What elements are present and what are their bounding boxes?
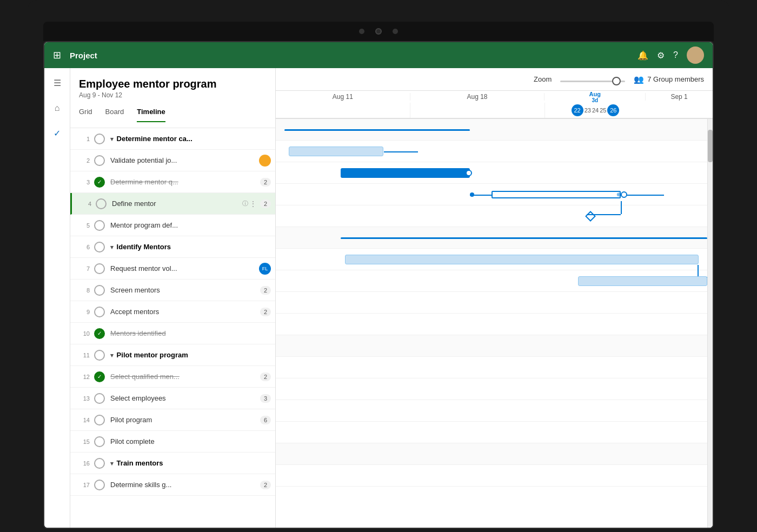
task-list: 1 ▾ Determine mentor ca... 2 Validate po…: [70, 128, 275, 528]
task-avatar-7: FL: [259, 263, 271, 275]
gantt-row-6: [276, 227, 707, 249]
table-row[interactable]: 6 ▾ Identify Mentors: [70, 236, 275, 258]
task-check-2[interactable]: [94, 155, 105, 166]
table-row[interactable]: 2 Validate potential jo...: [70, 150, 275, 171]
task-check-14[interactable]: [94, 415, 105, 425]
task-check-8[interactable]: [94, 285, 105, 296]
task-check-11[interactable]: [94, 350, 105, 361]
table-row[interactable]: 13 Select employees 3: [70, 388, 275, 409]
gantt-row-13: [276, 378, 707, 400]
laptop-screen: ⊞ Project 🔔 ⚙ ? ☰ ⌂ ✓: [43, 41, 714, 529]
gantt-row-5: [276, 205, 707, 227]
gantt-circle-3: [466, 170, 472, 176]
table-row[interactable]: 5 Mentor program def...: [70, 215, 275, 236]
group-members-button[interactable]: 👥 7 Group members: [634, 75, 704, 84]
gantt-bar-6: [341, 237, 707, 239]
task-check-16[interactable]: [94, 458, 105, 469]
gantt-row-14: [276, 400, 707, 422]
task-check-6[interactable]: [94, 242, 105, 252]
table-row[interactable]: 15 Pilot complete: [70, 431, 275, 453]
sidebar-check-icon[interactable]: ✓: [50, 125, 64, 142]
project-header: Employee mentor program Aug 9 - Nov 12 G…: [70, 68, 275, 128]
gantt-bar-2: [289, 147, 384, 156]
task-check-5[interactable]: [94, 220, 105, 231]
timeline-panel: Zoom 👥 7 Group members Aug 11 A: [276, 68, 713, 528]
day-22: 22: [572, 104, 583, 116]
task-check-13[interactable]: [94, 393, 105, 404]
table-row[interactable]: 10 ✓ Mentors identified: [70, 323, 275, 344]
settings-icon[interactable]: ⚙: [657, 50, 665, 61]
sidebar-home-icon[interactable]: ⌂: [51, 100, 63, 116]
gantt-row-8: [276, 270, 707, 292]
timeline-header: Aug 11 Aug 18 Aug 3d Sep 1: [276, 91, 713, 119]
tab-board[interactable]: Board: [105, 102, 124, 122]
week-aug-highlight: Aug 3d: [544, 91, 645, 103]
waffle-icon[interactable]: ⊞: [53, 49, 61, 61]
table-row[interactable]: 4 Define mentor ⓘ ⋮ 2: [70, 193, 275, 215]
week-sep1: Sep 1: [645, 93, 713, 101]
table-row[interactable]: 1 ▾ Determine mentor ca...: [70, 128, 275, 150]
task-check-17[interactable]: [94, 480, 105, 490]
task-check-10[interactable]: ✓: [94, 328, 105, 339]
sidebar-menu-icon[interactable]: ☰: [50, 75, 64, 91]
gantt-row-17: [276, 465, 707, 487]
gantt-area: ⊕: [276, 119, 707, 528]
project-name: Employee mentor program: [79, 78, 217, 90]
gantt-row-3: [276, 162, 707, 184]
avatar[interactable]: [687, 46, 704, 64]
table-row[interactable]: 14 Pilot program 6: [70, 409, 275, 431]
task-check-9[interactable]: [94, 307, 105, 317]
task-check-3[interactable]: ✓: [94, 177, 105, 188]
app-body: ☰ ⌂ ✓ Employee mentor program Aug 9 - No…: [44, 68, 713, 528]
gantt-connector-5v: [621, 201, 622, 214]
timeline-week-row: Aug 11 Aug 18 Aug 3d Sep 1: [276, 91, 713, 103]
task-check-12[interactable]: ✓: [94, 371, 105, 382]
gantt-row-2: [276, 141, 707, 162]
more-icon[interactable]: ⋮: [249, 200, 257, 208]
zoom-slider[interactable]: [560, 76, 625, 82]
table-row[interactable]: 12 ✓ Select qualified men... 2: [70, 366, 275, 388]
gantt-bar-1: [284, 129, 470, 131]
bell-icon[interactable]: 🔔: [638, 50, 648, 61]
help-icon[interactable]: ?: [673, 50, 678, 60]
tab-timeline[interactable]: Timeline: [137, 102, 165, 122]
gantt-connector-8v: [698, 265, 699, 277]
people-icon: 👥: [634, 75, 644, 84]
gantt-row-7: [276, 249, 707, 270]
table-row[interactable]: 9 Accept mentors 2: [70, 301, 275, 323]
gantt-circle-4: [621, 191, 627, 198]
tab-grid[interactable]: Grid: [79, 102, 92, 122]
view-tabs: Grid Board Timeline: [79, 102, 267, 122]
task-avatar-2: [259, 155, 271, 167]
task-check-4[interactable]: [96, 198, 107, 209]
week-aug11: Aug 11: [276, 93, 410, 101]
gantt-row-10: [276, 314, 707, 335]
gantt-row-11: [276, 335, 707, 357]
gantt-diamond-5: [585, 211, 596, 222]
laptop-topbar: [43, 22, 714, 41]
task-check-7[interactable]: [94, 263, 105, 274]
project-dates: Aug 9 - Nov 12: [79, 91, 217, 99]
week-aug18: Aug 18: [410, 93, 545, 101]
table-row[interactable]: 16 ▾ Train mentors: [70, 453, 275, 474]
day-23: 23: [585, 107, 591, 114]
zoom-label: Zoom: [534, 75, 552, 83]
table-row[interactable]: 8 Screen mentors 2: [70, 280, 275, 301]
group-members-label: 7 Group members: [647, 75, 704, 83]
gantt-adjust-4: ⊕: [616, 191, 621, 197]
gantt-bar-7: [345, 255, 699, 264]
sidebar: ☰ ⌂ ✓: [44, 68, 70, 528]
timeline-day-row: 22 23 24 25 26: [276, 103, 713, 118]
task-check-1[interactable]: [94, 134, 105, 144]
scrollbar-thumb[interactable]: [708, 130, 713, 162]
table-row[interactable]: 17 Determine skills g... 2: [70, 474, 275, 496]
timeline-content: ⊕: [276, 119, 713, 528]
app-header: ⊞ Project 🔔 ⚙ ?: [44, 42, 713, 68]
table-row[interactable]: 7 Request mentor vol... FL: [70, 258, 275, 280]
connector-2: [384, 151, 419, 152]
table-row[interactable]: 11 ▾ Pilot mentor program: [70, 344, 275, 366]
vertical-scrollbar[interactable]: [707, 119, 713, 528]
table-row[interactable]: 3 ✓ Determine mentor q... 2: [70, 171, 275, 193]
task-check-15[interactable]: [94, 436, 105, 447]
gantt-row-4: ⊕: [276, 184, 707, 205]
